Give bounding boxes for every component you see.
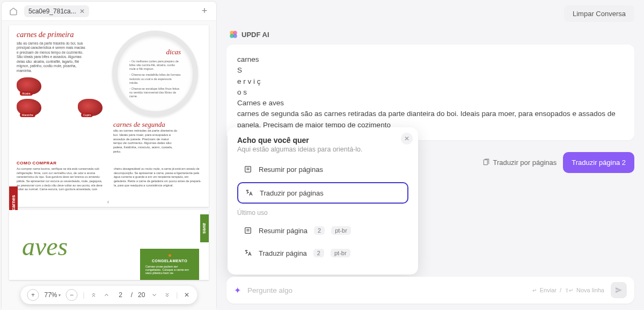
caret-down-icon: ▾ bbox=[58, 293, 61, 298]
page-badge: 2 bbox=[314, 226, 325, 235]
msg-line: e r v i ç bbox=[237, 76, 624, 87]
pdf-page-2: aves aves CONGELAMENTO Carnes cruas pode… bbox=[9, 210, 209, 280]
chat-input[interactable] bbox=[247, 286, 526, 294]
chevrons-up-icon bbox=[91, 292, 97, 298]
shift-enter-key-icon: ⇧↵ bbox=[565, 287, 573, 293]
msg-line: Carnes e aves bbox=[237, 98, 624, 109]
comprar-col-1: Ao comprar carne bovina, verifique se el… bbox=[17, 167, 104, 192]
suggestion-title: Acho que você quer bbox=[237, 136, 408, 145]
translate-icon bbox=[244, 249, 252, 257]
separator: | bbox=[83, 291, 85, 299]
suggestion-label: Resumir página bbox=[259, 227, 308, 235]
tips-plate: dicas Os melhores cortes para preparo de… bbox=[112, 31, 198, 117]
tips-title: dicas bbox=[129, 48, 181, 56]
suggestion-label: Traduzir página bbox=[259, 249, 307, 257]
ai-message: carnes S e r v i ç o s Carnes e aves car… bbox=[226, 45, 634, 140]
tip-1: Os melhores cortes para preparo de bifes… bbox=[129, 60, 181, 71]
file-tab-label: 5ca0e9_781ca... bbox=[28, 8, 76, 15]
separator: | bbox=[176, 291, 178, 299]
ai-header: UPDF AI bbox=[226, 26, 634, 45]
msg-line: carnes bbox=[237, 54, 624, 65]
send-icon bbox=[614, 286, 623, 294]
congelamento-body: Carnes cruas podem ser congeladas. Coloq… bbox=[145, 265, 194, 275]
clear-conversation-button[interactable]: Limpar Conversa bbox=[564, 5, 634, 22]
dot-icon bbox=[169, 254, 171, 257]
zoom-in-button[interactable]: + bbox=[27, 289, 39, 301]
prev-page-button[interactable] bbox=[103, 292, 111, 298]
zoom-value[interactable]: 77% ▾ bbox=[45, 291, 61, 299]
tip-3: Chama-se escalope bifes finos feitos no … bbox=[129, 87, 181, 98]
suggestion-subtitle: Aqui estão algumas ideias para orientá-l… bbox=[237, 146, 408, 153]
suggestion-summarize-pages[interactable]: Resumir por páginas bbox=[237, 160, 408, 179]
page-input[interactable] bbox=[116, 291, 126, 299]
lang-badge: pt-br bbox=[331, 226, 351, 235]
pdf-page-1: carnes carnes de primeira são as carnes … bbox=[9, 25, 209, 207]
chevron-up-icon bbox=[104, 292, 110, 298]
como-comprar-columns: Ao comprar carne bovina, verifique se el… bbox=[17, 167, 201, 192]
sparkle-icon[interactable]: ✦ bbox=[234, 285, 241, 295]
svg-point-3 bbox=[233, 34, 237, 38]
translate-label: Traduzir por páginas bbox=[482, 158, 557, 167]
summarize-icon bbox=[244, 226, 252, 235]
recent-summarize-page[interactable]: Resumir página 2 pt-br bbox=[237, 221, 408, 240]
chat-header: Limpar Conversa bbox=[226, 5, 634, 22]
tip-2: Chama-se medalhão bifes de formato redon… bbox=[129, 73, 181, 84]
send-button[interactable] bbox=[611, 282, 627, 298]
chat-panel: Limpar Conversa UPDF AI carnes S e r v i… bbox=[217, 0, 644, 310]
heading-carnes-segunda: carnes de segunda bbox=[113, 120, 201, 129]
heading-como-comprar: COMO COMPRAR bbox=[17, 161, 201, 165]
body-carnes-primeira: são as carnes da parte traseira do boi, … bbox=[17, 41, 86, 73]
page-number: 2 bbox=[107, 200, 109, 204]
body-carnes-segunda: são as carnes retiradas da parte diantei… bbox=[113, 129, 178, 154]
first-page-button[interactable] bbox=[90, 292, 98, 298]
pdf-panel: 5ca0e9_781ca... ✕ + carnes carnes de pri… bbox=[1, 1, 217, 310]
page-sep: / bbox=[131, 291, 133, 299]
meat-image bbox=[17, 77, 41, 95]
summarize-icon bbox=[244, 165, 252, 174]
page-total: 20 bbox=[138, 291, 145, 299]
pages-icon bbox=[482, 158, 490, 166]
svg-rect-4 bbox=[484, 160, 487, 165]
translate-page-button[interactable]: Traduzir página 2 bbox=[563, 152, 634, 173]
translate-icon bbox=[245, 189, 253, 197]
zoom-text: 77% bbox=[45, 291, 57, 299]
page-badge: 2 bbox=[313, 249, 324, 257]
chevron-down-icon bbox=[151, 292, 157, 298]
enter-key-icon: ↵ bbox=[532, 287, 537, 293]
msg-line: o s bbox=[237, 87, 624, 98]
congelamento-box: CONGELAMENTO Carnes cruas podem ser cong… bbox=[140, 249, 199, 280]
tab-bar: 5ca0e9_781ca... ✕ + bbox=[2, 2, 216, 21]
close-toolbar-button[interactable]: ✕ bbox=[183, 291, 191, 299]
next-page-button[interactable] bbox=[150, 292, 158, 298]
add-tab-button[interactable]: + bbox=[198, 5, 211, 18]
lang-badge: pt-br bbox=[331, 249, 350, 257]
meat-image bbox=[17, 99, 41, 116]
pdf-viewport[interactable]: carnes carnes de primeira são as carnes … bbox=[2, 21, 216, 310]
suggestion-popup: ✕ Acho que você quer Aqui estão algumas … bbox=[228, 127, 418, 275]
ai-name: UPDF AI bbox=[241, 31, 269, 39]
updf-ai-logo-icon bbox=[229, 30, 238, 39]
comprar-col-2: cheiro desagradável ou muito mole, a car… bbox=[114, 167, 201, 192]
suggestion-label: Resumir por páginas bbox=[259, 165, 323, 174]
suggestion-translate-pages[interactable]: Traduzir por páginas bbox=[237, 182, 408, 204]
close-tab-icon[interactable]: ✕ bbox=[79, 8, 85, 15]
home-icon bbox=[9, 7, 18, 16]
input-hints: ↵ Enviar / ⇧↵ Nova linha bbox=[532, 287, 604, 293]
msg-line: S bbox=[237, 65, 624, 76]
suggestion-label: Traduzir por páginas bbox=[260, 189, 324, 197]
zoom-out-button[interactable]: − bbox=[66, 289, 78, 301]
file-tab[interactable]: 5ca0e9_781ca... ✕ bbox=[24, 5, 89, 17]
aves-side-tab: aves bbox=[200, 214, 209, 242]
home-button[interactable] bbox=[7, 5, 20, 18]
chevrons-down-icon bbox=[164, 292, 170, 298]
close-popup-button[interactable]: ✕ bbox=[401, 133, 413, 145]
chat-input-bar: ✦ ↵ Enviar / ⇧↵ Nova linha bbox=[226, 277, 634, 304]
last-page-button[interactable] bbox=[163, 292, 171, 298]
congelamento-title: CONGELAMENTO bbox=[145, 259, 194, 263]
recent-translate-page[interactable]: Traduzir página 2 pt-br bbox=[237, 243, 408, 263]
meat-image bbox=[78, 99, 103, 116]
suggestion-section-label: Último uso bbox=[237, 209, 408, 217]
pdf-toolbar: + 77% ▾ − | / 20 | ✕ bbox=[21, 286, 197, 304]
